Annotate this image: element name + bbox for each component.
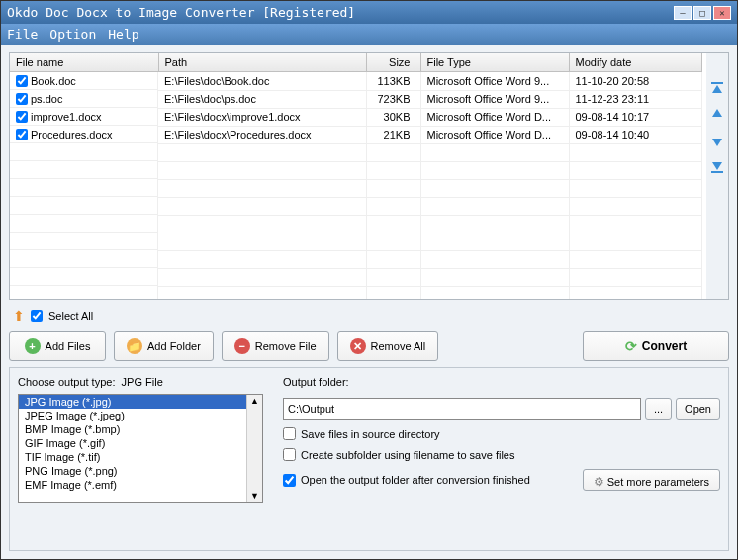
svg-marker-1 <box>712 85 722 93</box>
maximize-button[interactable]: □ <box>693 6 711 20</box>
close-button[interactable]: ✕ <box>713 6 731 20</box>
cell-date: 09-08-14 10:17 <box>569 108 702 126</box>
remove-file-label: Remove File <box>255 340 317 352</box>
cell-filename: improve1.docx <box>31 111 102 123</box>
output-folder-input[interactable] <box>283 398 641 420</box>
reorder-arrows <box>706 53 728 299</box>
menu-file[interactable]: File <box>7 27 38 42</box>
set-parameters-button[interactable]: ⚙ Set more parameters <box>583 469 720 491</box>
create-subfolder-checkbox[interactable] <box>283 448 296 461</box>
cell-date: 09-08-14 10:40 <box>569 126 702 143</box>
table-row[interactable]: Procedures.docx E:\Files\docx\Procedures… <box>10 126 702 143</box>
cell-filename: Book.doc <box>31 75 76 87</box>
browse-button[interactable]: ... <box>645 398 672 420</box>
row-checkbox[interactable] <box>16 75 28 87</box>
minimize-button[interactable]: — <box>674 6 692 20</box>
output-folder-label: Output folder: <box>283 376 720 388</box>
table-row[interactable]: improve1.docx E:\Files\docx\improve1.doc… <box>10 108 702 126</box>
add-folder-button[interactable]: 📁 Add Folder <box>114 331 214 361</box>
cell-path: E:\Files\docx\Procedures.docx <box>158 126 366 143</box>
remove-all-button[interactable]: ✕ Remove All <box>337 331 439 361</box>
set-parameters-label: Set more parameters <box>607 476 709 488</box>
listbox-item[interactable]: GIF Image (*.gif) <box>19 436 246 450</box>
scroll-down-icon[interactable]: ▼ <box>249 490 260 502</box>
svg-marker-4 <box>712 162 722 170</box>
convert-icon: ⟳ <box>625 338 637 354</box>
row-checkbox[interactable] <box>16 111 28 123</box>
listbox-item[interactable]: JPG Image (*.jpg) <box>19 395 246 409</box>
menu-help[interactable]: Help <box>108 27 138 42</box>
open-after-row: Open the output folder after conversion … <box>283 474 571 487</box>
output-type-listbox[interactable]: JPG Image (*.jpg)JPEG Image (*.jpeg)BMP … <box>18 394 263 503</box>
listbox-item[interactable]: BMP Image (*.bmp) <box>19 422 246 436</box>
scroll-up-icon[interactable]: ▲ <box>249 395 260 407</box>
x-icon: ✕ <box>350 338 366 354</box>
open-after-label: Open the output folder after conversion … <box>301 474 530 486</box>
selectall-row: ⬆ Select All <box>9 306 729 326</box>
cell-size: 723KB <box>366 90 420 108</box>
listbox-item[interactable]: TIF Image (*.tif) <box>19 450 246 464</box>
output-folder-row: ... Open <box>283 398 720 420</box>
window-controls: — □ ✕ <box>674 6 731 20</box>
convert-label: Convert <box>642 339 687 353</box>
move-bottom-icon[interactable] <box>709 158 725 174</box>
move-up-icon[interactable] <box>709 107 725 123</box>
file-table: File name Path Size File Type Modify dat… <box>10 53 702 299</box>
svg-marker-2 <box>712 109 722 117</box>
minus-icon: − <box>234 338 250 354</box>
window-title: Okdo Doc Docx to Image Converter [Regist… <box>7 5 674 20</box>
cell-path: E:\Files\doc\ps.doc <box>158 90 366 108</box>
save-source-row: Save files in source directory <box>283 427 720 440</box>
cell-size: 113KB <box>366 72 420 91</box>
row-checkbox[interactable] <box>16 129 28 140</box>
selectall-checkbox[interactable] <box>31 310 43 322</box>
listbox-item[interactable]: EMF Image (*.emf) <box>19 478 246 492</box>
create-subfolder-row: Create subfolder using filename to save … <box>283 448 720 461</box>
cell-type: Microsoft Office Word D... <box>420 108 569 126</box>
remove-all-label: Remove All <box>371 340 426 352</box>
plus-icon: + <box>25 338 41 354</box>
output-type-label: Choose output type: JPG File <box>18 376 263 388</box>
output-settings-section: Output folder: ... Open Save files in so… <box>283 376 720 542</box>
action-buttons: + Add Files 📁 Add Folder − Remove File ✕… <box>9 331 729 361</box>
col-size[interactable]: Size <box>366 53 420 72</box>
menu-option[interactable]: Option <box>49 27 96 42</box>
svg-marker-3 <box>712 139 722 146</box>
main-window: Okdo Doc Docx to Image Converter [Regist… <box>0 0 738 560</box>
cell-path: E:\Files\doc\Book.doc <box>158 72 366 91</box>
titlebar: Okdo Doc Docx to Image Converter [Regist… <box>1 1 737 24</box>
col-path[interactable]: Path <box>158 53 366 72</box>
open-after-checkbox[interactable] <box>283 474 296 487</box>
col-filename[interactable]: File name <box>10 53 158 72</box>
add-files-button[interactable]: + Add Files <box>9 331 106 361</box>
open-folder-button[interactable]: Open <box>676 398 720 420</box>
row-checkbox[interactable] <box>16 93 28 105</box>
convert-button[interactable]: ⟳ Convert <box>583 331 729 361</box>
save-source-label: Save files in source directory <box>301 428 440 440</box>
up-arrow-icon: ⬆ <box>13 308 25 324</box>
col-filetype[interactable]: File Type <box>420 53 569 72</box>
selectall-label: Select All <box>48 310 93 322</box>
svg-rect-5 <box>711 171 723 173</box>
create-subfolder-label: Create subfolder using filename to save … <box>301 449 514 461</box>
listbox-scrollbar[interactable]: ▲ ▼ <box>246 395 262 502</box>
cell-size: 21KB <box>366 126 420 143</box>
menubar: File Option Help <box>1 24 737 45</box>
save-source-checkbox[interactable] <box>283 427 296 440</box>
remove-file-button[interactable]: − Remove File <box>222 331 329 361</box>
listbox-item[interactable]: JPEG Image (*.jpeg) <box>19 409 246 422</box>
table-row[interactable]: Book.doc E:\Files\doc\Book.doc 113KB Mic… <box>10 72 702 91</box>
move-top-icon[interactable] <box>709 81 725 97</box>
cell-filename: ps.doc <box>31 93 62 105</box>
add-files-label: Add Files <box>46 340 91 352</box>
svg-rect-0 <box>711 82 723 84</box>
col-date[interactable]: Modify date <box>569 53 702 72</box>
file-list-area: File name Path Size File Type Modify dat… <box>9 52 729 300</box>
table-row[interactable]: ps.doc E:\Files\doc\ps.doc 723KB Microso… <box>10 90 702 108</box>
cell-date: 11-12-23 23:11 <box>569 90 702 108</box>
listbox-item[interactable]: PNG Image (*.png) <box>19 464 246 478</box>
move-down-icon[interactable] <box>709 133 725 148</box>
gear-icon: ⚙ <box>594 475 604 489</box>
cell-date: 11-10-20 20:58 <box>569 72 702 91</box>
table-header: File name Path Size File Type Modify dat… <box>10 53 702 72</box>
